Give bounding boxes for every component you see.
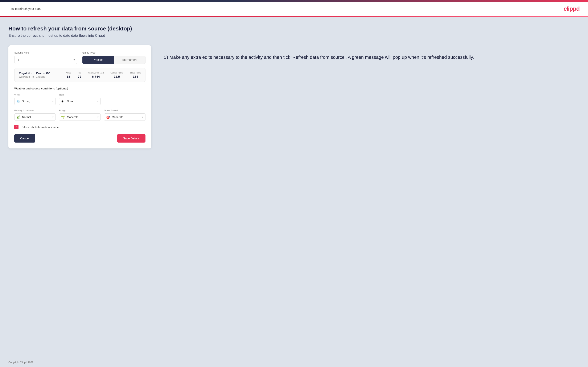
side-text: 3) Make any extra edits necessary to the… (164, 45, 579, 61)
stat-course-rating: Course rating 72.5 (111, 72, 123, 78)
fairway-group: Fairway Conditions 🌿 Normal Firm Soft ▾ (14, 109, 56, 121)
save-button[interactable]: Save Details (117, 134, 146, 142)
rough-group: Rough 🌱 Moderate Light Heavy ▾ (59, 109, 101, 121)
rough-select[interactable]: Moderate Light Heavy (59, 113, 101, 121)
starting-hole-select-wrapper[interactable]: 1 10 ▾ (14, 56, 77, 64)
game-type-label: Game Type (82, 51, 146, 54)
stat-par-value: 72 (78, 75, 81, 78)
stat-holes-label: Holes (66, 72, 71, 74)
stat-yards-label: Yards/White (M)) (88, 72, 104, 74)
green-speed-group: Green Speed 🎯 Moderate Fast Slow ▾ (104, 109, 146, 121)
fairway-label: Fairway Conditions (14, 109, 56, 112)
header: How to refresh your data clippd (0, 2, 588, 16)
refresh-checkbox-row: Refresh shots from data source (14, 125, 146, 129)
logo: clippd (564, 5, 579, 12)
stat-course-rating-value: 72.5 (114, 75, 120, 78)
stat-yards-value: 6,744 (92, 75, 100, 78)
main-content: How to refresh your data from source (de… (0, 17, 588, 357)
page-subheading: Ensure the correct and most up to date d… (9, 33, 579, 38)
wind-select-wrapper[interactable]: 💨 Strong Light Moderate None ▾ (14, 98, 56, 105)
fairway-rough-green-row: Fairway Conditions 🌿 Normal Firm Soft ▾ … (14, 109, 146, 121)
wind-select[interactable]: Strong Light Moderate None (14, 98, 56, 105)
starting-hole-label: Starting Hole (14, 51, 77, 54)
stat-slope-rating-value: 134 (133, 75, 138, 78)
rough-select-wrapper[interactable]: 🌱 Moderate Light Heavy ▾ (59, 113, 101, 121)
rough-label: Rough (59, 109, 101, 112)
course-name: Royal North Devon GC, (19, 72, 66, 75)
wind-group: Wind 💨 Strong Light Moderate None ▾ (14, 93, 56, 105)
header-title: How to refresh your data (9, 7, 41, 10)
content-layout: Starting Hole 1 10 ▾ Game Type Practice … (9, 45, 579, 149)
stat-holes-value: 18 (67, 75, 70, 78)
fairway-select-wrapper[interactable]: 🌿 Normal Firm Soft ▾ (14, 113, 56, 121)
top-strip (0, 0, 588, 2)
footer: Copyright Clippd 2022 (0, 357, 588, 367)
cancel-button[interactable]: Cancel (14, 134, 35, 142)
stat-course-rating-label: Course rating (111, 72, 123, 74)
green-speed-select-wrapper[interactable]: 🎯 Moderate Fast Slow ▾ (104, 113, 146, 121)
course-row: Royal North Devon GC, Westward Ho!, Engl… (14, 68, 146, 82)
stat-holes: Holes 18 (66, 72, 71, 78)
rain-label: Rain (59, 93, 101, 96)
starting-hole-select[interactable]: 1 10 (14, 56, 77, 64)
fairway-select[interactable]: Normal Firm Soft (14, 113, 56, 121)
game-type-group: Game Type Practice Tournament (82, 51, 146, 64)
refresh-checkbox[interactable] (14, 125, 18, 129)
rain-select-wrapper[interactable]: ☀ None Light Heavy ▾ (59, 98, 101, 105)
course-info: Royal North Devon GC, Westward Ho!, Engl… (19, 72, 66, 78)
stat-slope-rating-label: Slope rating (130, 72, 141, 74)
practice-button[interactable]: Practice (82, 56, 114, 64)
green-speed-select[interactable]: Moderate Fast Slow (104, 113, 146, 121)
starting-hole-group: Starting Hole 1 10 ▾ (14, 51, 77, 64)
stat-par: Par 72 (78, 72, 81, 78)
tournament-button[interactable]: Tournament (114, 56, 146, 64)
refresh-checkbox-label: Refresh shots from data source (21, 125, 59, 129)
course-location: Westward Ho!, England (19, 75, 66, 78)
side-instruction: 3) Make any extra edits necessary to the… (164, 54, 579, 61)
green-speed-label: Green Speed (104, 109, 146, 112)
stat-yards: Yards/White (M)) 6,744 (88, 72, 104, 78)
footer-copyright: Copyright Clippd 2022 (9, 361, 34, 364)
conditions-title: Weather and course conditions (optional) (14, 87, 146, 90)
wind-label: Wind (14, 93, 56, 96)
form-card: Starting Hole 1 10 ▾ Game Type Practice … (9, 45, 151, 149)
top-form-row: Starting Hole 1 10 ▾ Game Type Practice … (14, 51, 146, 64)
wind-rain-row: Wind 💨 Strong Light Moderate None ▾ Rain (14, 93, 146, 105)
rain-group: Rain ☀ None Light Heavy ▾ (59, 93, 101, 105)
rain-select[interactable]: None Light Heavy (59, 98, 101, 105)
game-type-buttons: Practice Tournament (82, 56, 146, 64)
course-stats: Holes 18 Par 72 Yards/White (M)) 6,744 C… (66, 72, 141, 78)
page-heading: How to refresh your data from source (de… (9, 25, 579, 32)
form-actions: Cancel Save Details (14, 134, 146, 142)
stat-par-label: Par (78, 72, 81, 74)
stat-slope-rating: Slope rating 134 (130, 72, 141, 78)
